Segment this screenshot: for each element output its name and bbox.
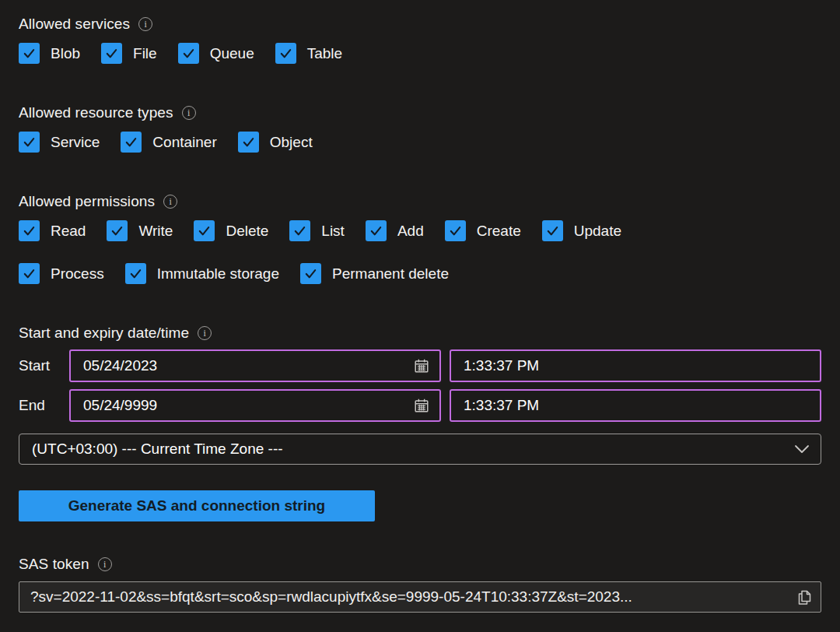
checkbox-checked-icon[interactable] <box>542 220 563 241</box>
start-time-value[interactable]: 1:33:37 PM <box>464 357 810 374</box>
end-row-label: End <box>19 397 61 414</box>
checkbox-label: Write <box>138 223 173 240</box>
checkbox-checked-icon[interactable] <box>300 263 321 284</box>
allowed-services-section: Allowed services BlobFileQueueTable <box>19 16 821 64</box>
checkbox-create[interactable]: Create <box>445 220 521 241</box>
sas-token-field[interactable]: ?sv=2022-11-02&ss=bfqt&srt=sco&sp=rwdlac… <box>19 581 821 613</box>
checkbox-read[interactable]: Read <box>19 220 86 241</box>
checkbox-delete[interactable]: Delete <box>194 220 268 241</box>
checkbox-label: Delete <box>226 223 268 240</box>
start-row-label: Start <box>19 357 61 374</box>
allowed-services-checkbox-group: BlobFileQueueTable <box>19 43 821 64</box>
end-time-input[interactable]: 1:33:37 PM <box>450 389 821 422</box>
checkbox-label: File <box>133 45 157 62</box>
allowed-permissions-section: Allowed permissions ReadWriteDeleteListA… <box>19 193 821 284</box>
checkbox-checked-icon[interactable] <box>366 220 387 241</box>
checkbox-permanent-delete[interactable]: Permanent delete <box>300 263 449 284</box>
end-time-value[interactable]: 1:33:37 PM <box>464 397 810 414</box>
allowed-resource-types-label: Allowed resource types <box>19 104 173 121</box>
allowed-permissions-checkbox-group: ReadWriteDeleteListAddCreateUpdateProces… <box>19 220 821 284</box>
checkbox-service[interactable]: Service <box>19 132 100 153</box>
checkbox-checked-icon[interactable] <box>19 132 40 153</box>
checkbox-checked-icon[interactable] <box>275 43 296 64</box>
sas-token-value[interactable]: ?sv=2022-11-02&ss=bfqt&srt=sco&sp=rwdlac… <box>30 588 789 606</box>
allowed-resource-types-checkbox-group: ServiceContainerObject <box>19 132 821 153</box>
checkbox-checked-icon[interactable] <box>194 220 215 241</box>
checkbox-object[interactable]: Object <box>238 132 313 153</box>
start-expiry-label: Start and expiry date/time <box>19 325 189 342</box>
checkbox-label: Object <box>270 134 313 151</box>
checkbox-checked-icon[interactable] <box>445 220 466 241</box>
checkbox-checked-icon[interactable] <box>19 43 40 64</box>
checkbox-label: Blob <box>51 45 80 62</box>
checkbox-label: Container <box>152 134 216 151</box>
sas-token-label: SAS token <box>19 556 89 573</box>
checkbox-label: Immutable storage <box>157 265 279 283</box>
checkbox-label: Update <box>574 223 621 240</box>
end-date-input[interactable]: 05/24/9999 <box>69 389 441 422</box>
generate-sas-button[interactable]: Generate SAS and connection string <box>19 490 375 521</box>
checkbox-checked-icon[interactable] <box>121 132 142 153</box>
checkbox-queue[interactable]: Queue <box>178 43 254 64</box>
checkbox-label: Permanent delete <box>332 265 449 283</box>
allowed-resource-types-header: Allowed resource types <box>19 104 821 121</box>
allowed-permissions-label: Allowed permissions <box>19 193 155 210</box>
checkbox-label: Process <box>51 265 104 283</box>
checkbox-checked-icon[interactable] <box>178 43 199 64</box>
allowed-resource-types-section: Allowed resource types ServiceContainerO… <box>19 104 821 153</box>
checkbox-process[interactable]: Process <box>19 263 104 284</box>
checkbox-write[interactable]: Write <box>107 220 173 241</box>
checkbox-checked-icon[interactable] <box>107 220 128 241</box>
checkbox-table[interactable]: Table <box>275 43 342 64</box>
start-expiry-header: Start and expiry date/time <box>19 325 821 342</box>
start-row: Start 05/24/2023 <box>19 349 821 382</box>
info-icon[interactable] <box>163 195 177 209</box>
sas-token-section: SAS token ?sv=2022-11-02&ss=bfqt&srt=sco… <box>19 556 821 613</box>
checkbox-file[interactable]: File <box>101 43 157 64</box>
checkbox-label: Create <box>477 223 521 240</box>
sas-token-header: SAS token <box>19 556 821 573</box>
calendar-icon[interactable] <box>413 357 430 374</box>
checkbox-container[interactable]: Container <box>121 132 216 153</box>
checkbox-checked-icon[interactable] <box>125 263 146 284</box>
checkbox-label: Add <box>397 223 424 240</box>
start-date-value[interactable]: 05/24/2023 <box>83 357 413 374</box>
checkbox-label: Service <box>51 134 100 151</box>
copy-icon[interactable] <box>796 588 813 606</box>
info-icon[interactable] <box>182 106 196 120</box>
info-icon[interactable] <box>138 17 152 31</box>
checkbox-update[interactable]: Update <box>542 220 621 241</box>
checkbox-label: Table <box>307 45 342 62</box>
checkbox-immutable-storage[interactable]: Immutable storage <box>125 263 279 284</box>
chevron-down-icon[interactable] <box>794 444 810 454</box>
timezone-selected-value: (UTC+03:00) --- Current Time Zone --- <box>32 441 794 458</box>
start-expiry-section: Start and expiry date/time Start 05/24/2… <box>19 325 821 465</box>
checkbox-label: Queue <box>210 45 254 62</box>
checkbox-blob[interactable]: Blob <box>19 43 80 64</box>
checkbox-checked-icon[interactable] <box>101 43 122 64</box>
checkbox-checked-icon[interactable] <box>19 220 40 241</box>
allowed-permissions-header: Allowed permissions <box>19 193 821 210</box>
checkbox-checked-icon[interactable] <box>19 263 40 284</box>
checkbox-checked-icon[interactable] <box>238 132 259 153</box>
info-icon[interactable] <box>198 326 212 340</box>
info-icon[interactable] <box>98 557 112 571</box>
start-expiry-rows: Start 05/24/2023 <box>19 349 821 422</box>
checkbox-add[interactable]: Add <box>366 220 424 241</box>
checkbox-list[interactable]: List <box>289 220 345 241</box>
start-date-input[interactable]: 05/24/2023 <box>69 349 441 382</box>
start-time-input[interactable]: 1:33:37 PM <box>450 349 821 382</box>
allowed-services-header: Allowed services <box>19 16 821 33</box>
checkbox-label: Read <box>51 223 86 240</box>
end-date-value[interactable]: 05/24/9999 <box>83 397 413 414</box>
allowed-services-label: Allowed services <box>19 16 130 33</box>
timezone-select[interactable]: (UTC+03:00) --- Current Time Zone --- <box>19 434 821 465</box>
checkbox-checked-icon[interactable] <box>289 220 310 241</box>
checkbox-label: List <box>321 223 345 240</box>
calendar-icon[interactable] <box>413 397 430 414</box>
end-row: End 05/24/9999 <box>19 389 821 422</box>
